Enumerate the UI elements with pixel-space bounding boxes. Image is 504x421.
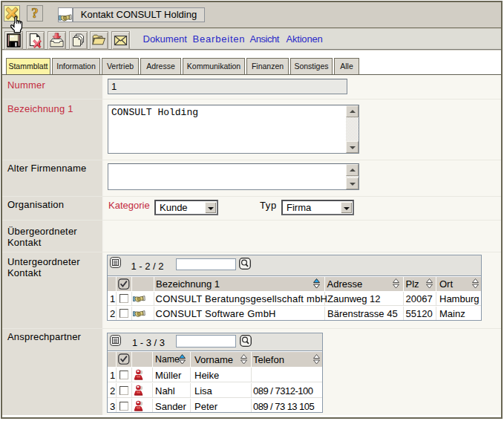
svg-text:?: ? [31, 6, 39, 21]
